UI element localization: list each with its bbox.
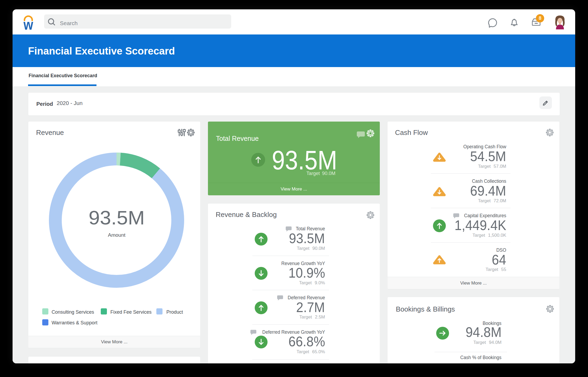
svg-text:w: w xyxy=(23,16,33,30)
